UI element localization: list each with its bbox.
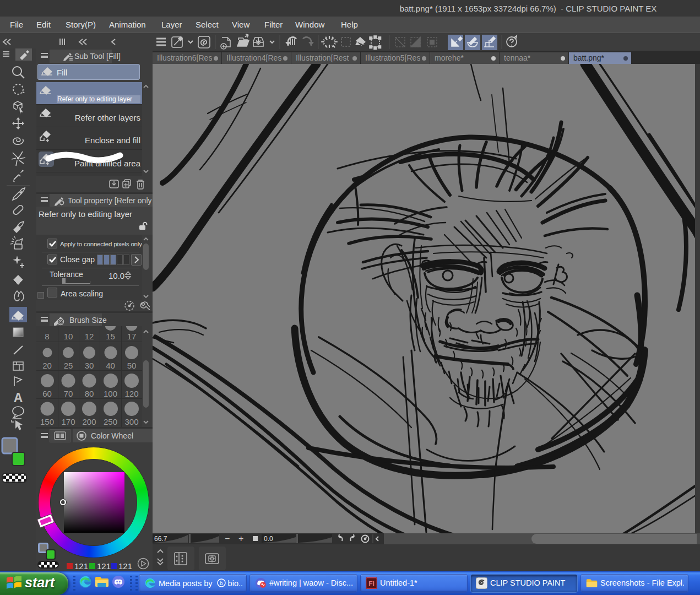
- svg-text:Fl: Fl: [368, 580, 375, 588]
- svg-text:b: b: [220, 581, 223, 586]
- svg-text:A: A: [14, 391, 23, 405]
